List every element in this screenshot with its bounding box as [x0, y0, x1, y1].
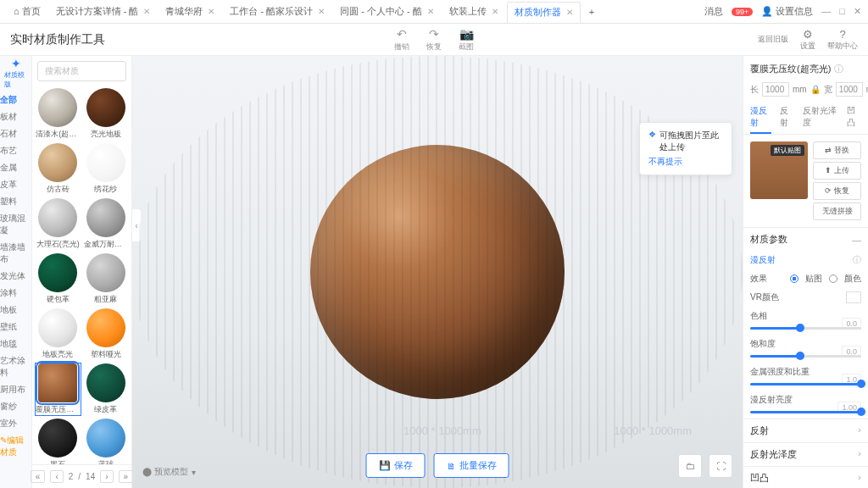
material-item[interactable]: 大理石(亮光) [36, 198, 81, 250]
tab[interactable]: 无设计方案详情 - 酷✕ [49, 2, 158, 21]
radio-texture[interactable] [790, 274, 798, 283]
accordion-凹凸[interactable]: 凹凸› [743, 466, 868, 488]
tab[interactable]: ⌂ 首页 [7, 2, 47, 21]
info-icon: ❖ [648, 130, 656, 153]
preview-model-select[interactable]: ⬤ 预览模型▾ [142, 466, 196, 478]
texture-action[interactable]: ⇄ 替换 [813, 141, 861, 159]
category-item[interactable]: 墙漆墙布 [0, 239, 31, 268]
app-header: 实时材质制作工具 ↶撤销↷恢复📷截图 返回旧版⚙设置?帮助中心 [0, 24, 868, 56]
close-icon[interactable]: ✕ [492, 7, 498, 16]
user-menu[interactable]: 👤 设置信息 [761, 5, 813, 18]
material-item[interactable]: 硬包革 [36, 253, 81, 305]
fullscreen-button[interactable]: ⛶ [709, 454, 732, 478]
length-input[interactable] [762, 82, 789, 97]
batch-save-button[interactable]: 🗎批量保存 [434, 453, 509, 478]
dismiss-tip-link[interactable]: 不再提示 [648, 156, 723, 168]
header-设置[interactable]: ⚙设置 [800, 28, 815, 52]
texture-preview[interactable]: 默认贴图 [750, 141, 808, 199]
material-item[interactable]: 塑料哑光 [84, 308, 129, 360]
pager-first[interactable]: « [31, 470, 46, 483]
radio-color[interactable] [829, 274, 837, 283]
category-item[interactable]: 石材 [0, 125, 31, 142]
info-icon[interactable]: ⓘ [853, 254, 861, 266]
notification-badge[interactable]: 99+ [732, 8, 753, 16]
maximize-icon[interactable]: □ [839, 6, 845, 17]
width-input[interactable] [836, 82, 863, 97]
tab[interactable]: 软装上传✕ [442, 2, 505, 21]
viewport[interactable]: ‹ 1000 * 1000mm 1000 * 1000mm ❖可拖拽图片至此处上… [132, 56, 743, 488]
close-icon[interactable]: ✕ [566, 8, 573, 17]
info-icon[interactable]: ⓘ [834, 63, 843, 75]
category-item[interactable]: 室外 [0, 415, 31, 432]
category-item[interactable]: 地毯 [0, 336, 31, 352]
vr-color-swatch[interactable] [846, 291, 861, 303]
category-item[interactable]: 板材 [0, 108, 31, 125]
material-item[interactable]: 覆膜无压纹(超... [36, 363, 81, 415]
category-item[interactable]: 塑料 [0, 193, 31, 210]
tab[interactable]: 材质制作器✕ [507, 2, 581, 23]
prop-tab[interactable]: 反射 [780, 102, 794, 134]
pager-next[interactable]: › [100, 470, 113, 483]
category-item[interactable]: 金属 [0, 159, 31, 176]
category-item[interactable]: 厨用布 [0, 381, 31, 398]
prop-tab[interactable]: 凹凸 [847, 102, 861, 134]
material-item[interactable]: 粗亚麻 [84, 253, 129, 305]
category-item[interactable]: 壁纸 [0, 319, 31, 336]
texture-action[interactable]: ⬆ 上传 [813, 162, 861, 180]
material-template-icon[interactable]: ✦ 材质模版 [4, 61, 28, 85]
texture-action[interactable]: ⟳ 恢复 [813, 182, 861, 200]
toolbar-截图[interactable]: 📷截图 [459, 27, 474, 53]
material-item[interactable]: 亮光地板 [84, 88, 129, 140]
section-params[interactable]: 材质参数— [743, 227, 868, 251]
category-item[interactable]: 发光体 [0, 268, 31, 285]
accordion-反射[interactable]: 反射› [743, 419, 868, 442]
close-icon[interactable]: ✕ [427, 7, 434, 16]
material-item[interactable]: 金威万耐橡胶 [84, 198, 129, 250]
close-icon[interactable]: ✕ [318, 7, 325, 16]
prop-tab[interactable]: 漫反射 [750, 102, 771, 134]
save-icon: 💾 [379, 460, 391, 471]
slider-漫反射亮度[interactable]: 1.00 [743, 409, 868, 419]
lock-icon[interactable]: 🔒 [810, 85, 821, 94]
material-item[interactable]: 地板亮光 [36, 308, 81, 360]
category-item[interactable]: 布艺 [0, 142, 31, 159]
material-item[interactable]: 绿皮革 [84, 363, 129, 415]
category-item[interactable]: 艺术涂料 [0, 352, 31, 381]
tab[interactable]: 青城华府✕ [159, 2, 221, 21]
toolbar-恢复[interactable]: ↷恢复 [426, 27, 442, 53]
close-icon[interactable]: ✕ [143, 7, 150, 16]
save-button[interactable]: 💾保存 [366, 453, 426, 478]
new-tab[interactable]: + [582, 3, 601, 20]
material-item[interactable]: 黑石 [36, 419, 81, 464]
material-item[interactable]: 绣花纱 [84, 143, 129, 195]
folder-button[interactable]: 🗀 [678, 454, 702, 478]
category-item[interactable]: 皮革 [0, 176, 31, 193]
texture-action[interactable]: 无缝拼接 [813, 202, 861, 220]
category-item[interactable]: ✎编辑材质 [0, 432, 31, 461]
slider-色相[interactable]: 0.0 [743, 325, 868, 335]
prop-tab[interactable]: 反射光泽度 [803, 102, 838, 134]
tab[interactable]: 工作台 - 酷家乐设计✕ [223, 2, 331, 21]
property-tabs: 漫反射反射反射光泽度凹凸 [743, 102, 868, 135]
search-input[interactable]: 搜索材质 [37, 61, 126, 81]
toolbar-撤销[interactable]: ↶撤销 [394, 27, 409, 53]
minimize-icon[interactable]: — [821, 6, 831, 17]
close-icon[interactable]: ✕ [854, 6, 861, 17]
pager-prev[interactable]: ‹ [50, 470, 63, 483]
category-item[interactable]: 涂料 [0, 285, 31, 302]
category-item[interactable]: 地板 [0, 302, 31, 319]
category-item[interactable]: 玻璃混凝 [0, 210, 31, 239]
tab[interactable]: 同圆 - 个人中心 - 酷✕ [333, 2, 441, 21]
slider-金属强度和比重[interactable]: 1.0 [743, 381, 868, 391]
close-icon[interactable]: ✕ [208, 7, 214, 16]
category-item[interactable]: 全部 [0, 92, 31, 108]
pager-last[interactable]: » [119, 470, 134, 483]
slider-饱和度[interactable]: 0.0 [743, 353, 868, 363]
material-item[interactable]: 清漆木(超亮光) [36, 88, 81, 140]
category-item[interactable]: 窗纱 [0, 398, 31, 415]
header-返回旧版[interactable]: 返回旧版 [758, 34, 788, 45]
material-item[interactable]: 蓝球 [84, 419, 129, 464]
material-item[interactable]: 仿古砖 [36, 143, 81, 195]
header-帮助中心[interactable]: ?帮助中心 [827, 28, 858, 52]
accordion-反射光泽度[interactable]: 反射光泽度› [743, 442, 868, 466]
